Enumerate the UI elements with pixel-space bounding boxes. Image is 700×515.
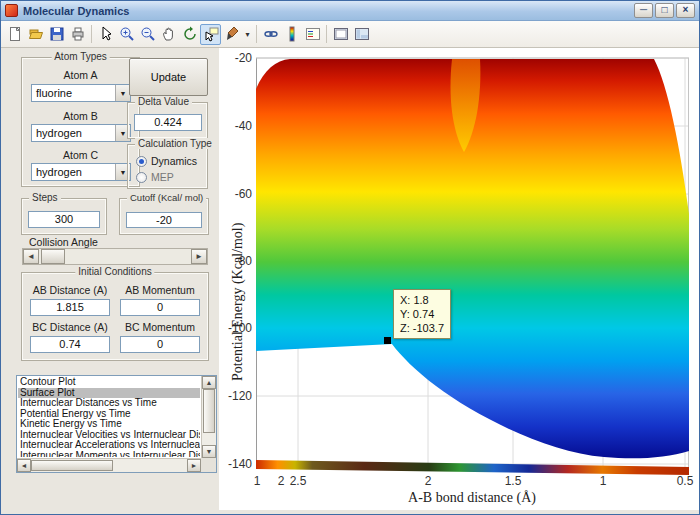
new-document-icon[interactable] bbox=[4, 24, 25, 45]
hide-plot-tools-icon[interactable] bbox=[330, 24, 351, 45]
pan-icon[interactable] bbox=[158, 24, 179, 45]
radio-unselected-icon[interactable] bbox=[136, 172, 147, 183]
show-plot-tools-icon[interactable] bbox=[351, 24, 372, 45]
toolbar-separator bbox=[326, 25, 327, 43]
atom-c-dropdown[interactable]: hydrogen ▼ bbox=[31, 163, 131, 181]
calculation-type-title: Calculation Type bbox=[135, 138, 215, 149]
save-icon[interactable] bbox=[46, 24, 67, 45]
toolbar: ▾ bbox=[1, 21, 699, 48]
insert-colorbar-glyph bbox=[284, 26, 300, 42]
collision-angle-label: Collision Angle bbox=[29, 236, 98, 248]
zoom-in-glyph bbox=[119, 26, 135, 42]
pointer-icon[interactable] bbox=[95, 24, 116, 45]
bc-momentum-field[interactable]: 0 bbox=[120, 336, 200, 353]
list-item[interactable]: Internuclear Distances vs Time bbox=[18, 398, 200, 409]
open-file-icon[interactable] bbox=[25, 24, 46, 45]
scroll-up-icon[interactable]: ▲ bbox=[202, 376, 216, 389]
vertical-scrollbar[interactable]: ▲ ▼ bbox=[201, 376, 216, 458]
minimize-button[interactable]: ─ bbox=[634, 3, 653, 18]
rotate-3d-icon[interactable] bbox=[179, 24, 200, 45]
slider-left-arrow-icon[interactable]: ◄ bbox=[23, 249, 39, 264]
slider-thumb[interactable] bbox=[41, 249, 65, 264]
steps-panel: Steps 300 bbox=[21, 198, 107, 235]
list-item[interactable]: Contour Plot bbox=[18, 377, 200, 388]
cutoff-field[interactable]: -20 bbox=[126, 212, 202, 228]
delta-value-field[interactable]: 0.424 bbox=[134, 114, 202, 131]
pointer-glyph bbox=[98, 26, 114, 42]
initial-conditions-title: Initial Conditions bbox=[75, 266, 154, 277]
ab-distance-field[interactable]: 1.815 bbox=[30, 299, 110, 316]
hide-plot-tools-glyph bbox=[333, 26, 349, 42]
bc-distance-field[interactable]: 0.74 bbox=[30, 336, 110, 353]
datatip-y: Y: 0.74 bbox=[400, 307, 444, 321]
calculation-type-panel: Calculation Type Dynamics MEP bbox=[127, 144, 208, 189]
data-cursor-glyph bbox=[203, 26, 219, 42]
scroll-left-icon[interactable]: ◄ bbox=[17, 459, 31, 472]
collision-angle-slider[interactable]: ◄ ► bbox=[22, 248, 208, 265]
radio-selected-icon[interactable] bbox=[136, 156, 147, 167]
list-item[interactable]: Kinetic Energy vs Time bbox=[18, 419, 200, 430]
scroll-right-icon[interactable]: ► bbox=[187, 459, 201, 472]
scrollbar-corner bbox=[201, 458, 216, 472]
dynamics-radio[interactable]: Dynamics bbox=[136, 155, 197, 167]
surface-plot[interactable] bbox=[256, 56, 689, 476]
print-icon[interactable] bbox=[67, 24, 88, 45]
horizontal-scrollbar[interactable]: ◄ ► bbox=[17, 458, 201, 472]
mep-radio-label: MEP bbox=[151, 171, 174, 183]
cutoff-panel: Cutoff (Kcal/ mol) -20 bbox=[119, 198, 209, 235]
chevron-down-icon[interactable]: ▼ bbox=[115, 85, 130, 101]
slider-track[interactable] bbox=[39, 249, 191, 264]
window-title: Molecular Dynamics bbox=[23, 5, 632, 17]
mep-radio[interactable]: MEP bbox=[136, 171, 174, 183]
link-plots-icon[interactable] bbox=[260, 24, 281, 45]
insert-legend-icon[interactable] bbox=[302, 24, 323, 45]
slider-right-arrow-icon[interactable]: ► bbox=[191, 249, 207, 264]
list-item[interactable]: Internuclear Accelerations vs Internucle… bbox=[18, 440, 200, 451]
delta-value-title: Delta Value bbox=[135, 96, 192, 107]
list-item[interactable]: Internuclear Momenta vs Internuclear Dis… bbox=[18, 451, 200, 458]
bc-distance-label: BC Distance (A) bbox=[30, 321, 110, 333]
initial-conditions-panel: Initial Conditions AB Distance (A) AB Mo… bbox=[21, 272, 209, 361]
atom-b-dropdown[interactable]: hydrogen ▼ bbox=[31, 124, 131, 142]
insert-colorbar-icon[interactable] bbox=[281, 24, 302, 45]
plot-type-listbox[interactable]: Contour Plot Surface Plot Internuclear D… bbox=[16, 375, 217, 473]
steps-field[interactable]: 300 bbox=[28, 211, 100, 228]
zoom-in-icon[interactable] bbox=[116, 24, 137, 45]
insert-legend-glyph bbox=[305, 26, 321, 42]
maximize-button[interactable]: □ bbox=[655, 3, 674, 18]
pan-glyph bbox=[161, 26, 177, 42]
cutoff-title: Cutoff (Kcal/ mol) bbox=[127, 192, 206, 203]
vertical-scroll-thumb[interactable] bbox=[203, 389, 215, 433]
depth-tick-label: 1 bbox=[254, 474, 261, 488]
brush-glyph bbox=[224, 26, 240, 42]
new-document-glyph bbox=[7, 26, 23, 42]
scroll-down-icon[interactable]: ▼ bbox=[202, 445, 216, 458]
brush-dropdown-icon[interactable]: ▾ bbox=[242, 24, 253, 45]
x-tick-label: 0.5 bbox=[677, 474, 694, 488]
update-button[interactable]: Update bbox=[129, 58, 208, 96]
atom-c-value: hydrogen bbox=[32, 166, 115, 178]
zoom-out-glyph bbox=[140, 26, 156, 42]
ab-distance-label: AB Distance (A) bbox=[30, 284, 110, 296]
data-cursor-icon[interactable] bbox=[200, 24, 221, 45]
open-file-glyph bbox=[28, 26, 44, 42]
save-glyph bbox=[49, 26, 65, 42]
y-tick-label: -60 bbox=[220, 187, 252, 201]
datatip[interactable]: X: 1.8 Y: 0.74 Z: -103.7 bbox=[393, 289, 451, 339]
atom-a-dropdown[interactable]: fluorine ▼ bbox=[31, 84, 131, 102]
depth-tick-label: 2 bbox=[278, 474, 285, 488]
titlebar[interactable]: Molecular Dynamics ─ □ × bbox=[1, 1, 699, 21]
atom-types-title: Atom Types bbox=[51, 51, 110, 62]
atom-a-value: fluorine bbox=[32, 87, 115, 99]
datatip-marker[interactable] bbox=[384, 337, 391, 344]
ab-momentum-field[interactable]: 0 bbox=[120, 299, 200, 316]
brush-icon[interactable] bbox=[221, 24, 242, 45]
y-tick-label: -120 bbox=[220, 389, 252, 403]
x-tick-label: 1.5 bbox=[505, 474, 522, 488]
zoom-out-icon[interactable] bbox=[137, 24, 158, 45]
close-button[interactable]: × bbox=[676, 3, 695, 18]
atom-b-label: Atom B bbox=[22, 110, 139, 122]
print-glyph bbox=[70, 26, 86, 42]
horizontal-scroll-thumb[interactable] bbox=[31, 460, 113, 471]
rotate-3d-glyph bbox=[182, 26, 198, 42]
